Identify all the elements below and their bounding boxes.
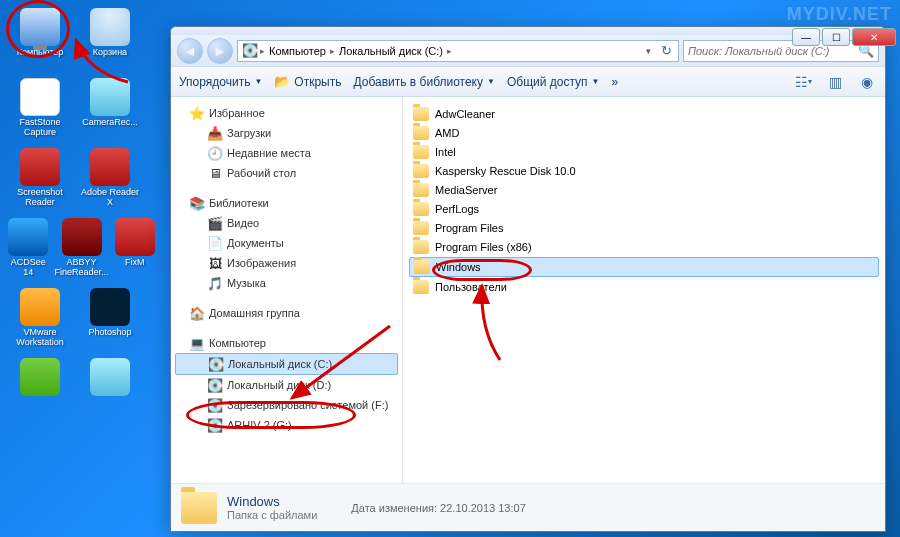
folder-icon bbox=[181, 492, 217, 524]
more-menu[interactable]: » bbox=[611, 75, 618, 89]
nav-label: Библиотеки bbox=[209, 197, 269, 209]
folder-label: Program Files bbox=[435, 222, 503, 234]
monitor-icon bbox=[20, 8, 60, 46]
nav-item[interactable]: 🖼Изображения bbox=[171, 253, 402, 273]
folder-item[interactable]: MediaServer bbox=[409, 181, 879, 199]
nav-item[interactable]: 🖥Рабочий стол bbox=[171, 163, 402, 183]
folder-item[interactable]: Пользователи bbox=[409, 278, 879, 296]
view-menu-icon[interactable]: ☷▾ bbox=[793, 72, 813, 92]
share-menu[interactable]: Общий доступ▼ bbox=[507, 75, 600, 89]
add-to-library-menu[interactable]: Добавить в библиотеку▼ bbox=[353, 75, 494, 89]
nav-item-label: Локальный диск (C:) bbox=[228, 358, 332, 370]
nav-item[interactable]: 💽Зарезервировано системой (F:) bbox=[171, 395, 402, 415]
desktop-icon-label: CameraRec... bbox=[82, 118, 138, 128]
white-icon bbox=[20, 78, 60, 116]
desktop-icon: 🖥 bbox=[207, 165, 223, 181]
nav-group-header[interactable]: ⭐Избранное bbox=[171, 103, 402, 123]
drive-icon: 💽 bbox=[207, 377, 223, 393]
image-icon: 🖼 bbox=[207, 255, 223, 271]
breadcrumb-computer[interactable]: Компьютер bbox=[267, 45, 328, 57]
desktop-icon[interactable]: VMware Workstation bbox=[8, 288, 72, 352]
folder-item[interactable]: Intel bbox=[409, 143, 879, 161]
drive-icon: 💽 bbox=[208, 356, 224, 372]
nav-item[interactable]: 💽Локальный диск (C:) bbox=[175, 353, 398, 375]
folder-label: PerfLogs bbox=[435, 203, 479, 215]
nav-item[interactable]: 📄Документы bbox=[171, 233, 402, 253]
nav-item-label: Зарезервировано системой (F:) bbox=[227, 399, 388, 411]
folder-label: AMD bbox=[435, 127, 459, 139]
close-button[interactable]: ✕ bbox=[852, 28, 896, 46]
help-icon[interactable]: ◉ bbox=[857, 72, 877, 92]
back-button[interactable]: ◄ bbox=[177, 38, 203, 64]
chevron-right-icon: ▸ bbox=[447, 46, 452, 56]
desktop-icon[interactable] bbox=[8, 358, 72, 422]
folder-icon bbox=[413, 202, 429, 216]
nav-item[interactable]: 📥Загрузки bbox=[171, 123, 402, 143]
desktop-icon[interactable]: Adobe Reader X bbox=[78, 148, 142, 212]
nav-item[interactable]: 🎬Видео bbox=[171, 213, 402, 233]
desktop-icon-label: ABBYY FineReader... bbox=[54, 258, 108, 278]
nav-label: Компьютер bbox=[209, 337, 266, 349]
nav-item[interactable]: 🕘Недавние места bbox=[171, 143, 402, 163]
nav-item[interactable]: 💽Локальный диск (D:) bbox=[171, 375, 402, 395]
cyan-icon bbox=[90, 358, 130, 396]
folder-icon bbox=[413, 164, 429, 178]
chevron-down-icon: ▼ bbox=[254, 77, 262, 86]
desktop-icon[interactable]: ABBYY FineReader... bbox=[54, 218, 108, 282]
red-icon bbox=[20, 148, 60, 186]
folder-item[interactable]: PerfLogs bbox=[409, 200, 879, 218]
search-input[interactable] bbox=[688, 45, 858, 57]
forward-button[interactable]: ► bbox=[207, 38, 233, 64]
folder-item[interactable]: Kaspersky Rescue Disk 10.0 bbox=[409, 162, 879, 180]
desktop-icon-label: VMware Workstation bbox=[10, 328, 70, 348]
breadcrumb-drive[interactable]: Локальный диск (C:) bbox=[337, 45, 445, 57]
drive-icon: 💽 bbox=[207, 417, 223, 433]
desktop-icon[interactable]: Компьютер bbox=[8, 8, 72, 72]
bin-icon bbox=[90, 8, 130, 46]
desktop-icon[interactable]: FixM bbox=[115, 218, 155, 282]
folder-item[interactable]: AdwCleaner bbox=[409, 105, 879, 123]
nav-item-label: Загрузки bbox=[227, 127, 271, 139]
folder-item[interactable]: AMD bbox=[409, 124, 879, 142]
folder-label: Program Files (x86) bbox=[435, 241, 532, 253]
desktop-icon[interactable]: Screenshot Reader bbox=[8, 148, 72, 212]
nav-item-label: Видео bbox=[227, 217, 259, 229]
open-button[interactable]: 📂 Открыть bbox=[274, 74, 341, 90]
desktop-icon[interactable]: ACDSee 14 bbox=[8, 218, 48, 282]
folder-item[interactable]: Windows bbox=[409, 257, 879, 277]
maximize-button[interactable]: ☐ bbox=[822, 28, 850, 46]
nav-item[interactable]: 🎵Музыка bbox=[171, 273, 402, 293]
folder-label: MediaServer bbox=[435, 184, 497, 196]
desktop-icon[interactable]: CameraRec... bbox=[78, 78, 142, 142]
folder-icon bbox=[414, 260, 430, 274]
nav-item-label: Недавние места bbox=[227, 147, 311, 159]
dropdown-icon[interactable]: ▾ bbox=[640, 43, 656, 59]
desktop-icon-label: Adobe Reader X bbox=[80, 188, 140, 208]
titlebar[interactable] bbox=[171, 27, 885, 35]
nav-group-header[interactable]: 📚Библиотеки bbox=[171, 193, 402, 213]
address-bar[interactable]: 💽 ▸ Компьютер ▸ Локальный диск (C:) ▸ ▾ … bbox=[237, 40, 679, 62]
drive-icon: 💽 bbox=[207, 397, 223, 413]
doc-icon: 📄 bbox=[207, 235, 223, 251]
nav-label: Избранное bbox=[209, 107, 265, 119]
nav-group-header[interactable]: 💻Компьютер bbox=[171, 333, 402, 353]
cyan-icon bbox=[90, 78, 130, 116]
folder-label: Пользователи bbox=[435, 281, 507, 293]
desktop-icon[interactable] bbox=[78, 358, 142, 422]
desktop-icon[interactable]: Корзина bbox=[78, 8, 142, 72]
desktop-icon[interactable]: Photoshop bbox=[78, 288, 142, 352]
details-pane: Windows Папка с файлами Дата изменения: … bbox=[171, 483, 885, 531]
folder-icon bbox=[413, 183, 429, 197]
nav-item[interactable]: 💽ARHIV 2 (G:) bbox=[171, 415, 402, 435]
organize-menu[interactable]: Упорядочить▼ bbox=[179, 75, 262, 89]
folder-icon bbox=[413, 280, 429, 294]
folder-item[interactable]: Program Files (x86) bbox=[409, 238, 879, 256]
desktop-icon[interactable]: FastStone Capture bbox=[8, 78, 72, 142]
preview-pane-icon[interactable]: ▥ bbox=[825, 72, 845, 92]
minimize-button[interactable]: — bbox=[792, 28, 820, 46]
nav-item-label: Музыка bbox=[227, 277, 266, 289]
refresh-icon[interactable]: ↻ bbox=[658, 43, 674, 59]
orange-icon bbox=[20, 288, 60, 326]
nav-group-header[interactable]: 🏠Домашняя группа bbox=[171, 303, 402, 323]
folder-item[interactable]: Program Files bbox=[409, 219, 879, 237]
